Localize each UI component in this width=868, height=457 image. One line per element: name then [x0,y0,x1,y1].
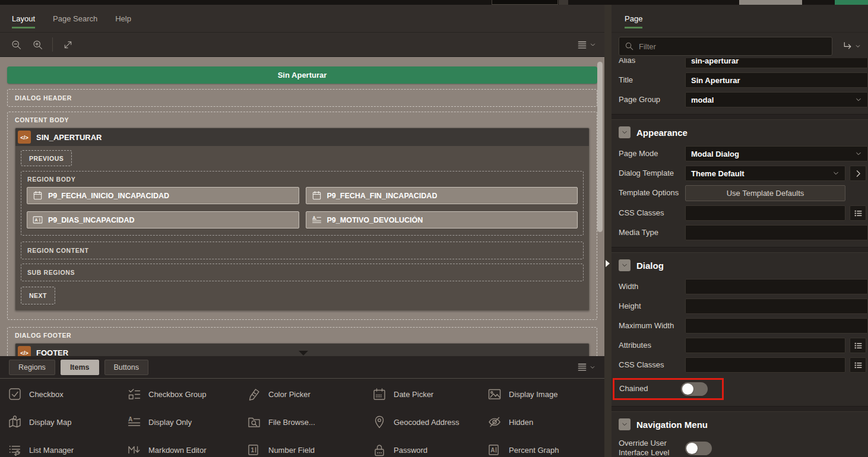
footer-region-title: FOOTER [36,348,68,357]
go-to-group-button[interactable] [842,41,861,52]
gallery-item[interactable]: APercent Graph [488,440,604,457]
gallery-item-label: Display Map [29,418,72,427]
dialog-header-zone[interactable]: DIALOG HEADER [7,89,597,107]
dialog-css-classes-list-button[interactable] [850,357,866,373]
gallery-item[interactable]: 1Number Field [248,440,373,457]
content-body-zone[interactable]: CONTENT BODY </> SIN_APERTURAR PREVIOUS … [7,112,597,320]
page-mode-select[interactable]: Modal Dialog [685,146,868,161]
gallery-item-label: File Browse... [268,418,315,427]
zoom-in-button[interactable] [30,37,45,52]
svg-text:A: A [34,218,37,222]
color-picker-icon [248,388,261,401]
layout-item[interactable]: P9_FECHA_INICIO_INCAPACIDAD [27,187,299,204]
title-input[interactable] [685,72,868,88]
page-group-value: modal [691,96,714,104]
zoom-out-button[interactable] [8,37,24,52]
gallery-tab-regions[interactable]: Regions [9,360,55,375]
toggle-knob [686,443,698,454]
layout-item[interactable]: AP9_DIAS_INCAPACIDAD [27,211,299,228]
gallery-item[interactable]: Date Picker [373,384,488,404]
attributes-list-button[interactable] [850,338,866,353]
next-position-button[interactable]: NEXT [21,287,55,304]
dialog-template-select[interactable]: Theme Default [685,166,845,181]
panel-splitter[interactable] [604,5,612,457]
splitter-collapse-handle[interactable] [299,351,308,356]
gallery-item[interactable]: Checkbox Group [128,384,248,404]
css-classes-list-button[interactable] [850,205,866,221]
page-group-select[interactable]: modal [685,92,868,107]
layout-item[interactable]: AP9_MOTIVO_DEVOLUCIÓN [306,211,578,228]
layout-menu-button[interactable] [577,40,596,50]
collapse-dialog-button[interactable] [619,259,631,271]
svg-text:A: A [490,447,495,453]
page-mode-value: Modal Dialog [691,150,739,158]
region-content-zone[interactable]: REGION CONTENT [21,242,584,259]
chevron-right-icon [854,169,863,178]
page-title-bar[interactable]: Sin Aperturar [7,66,597,84]
layout-item[interactable]: P9_FECHA_FIN_INCAPACIDAD [306,187,578,204]
collapse-navigation-menu-button[interactable] [619,418,631,430]
chained-toggle[interactable] [681,382,708,396]
width-input[interactable] [685,279,868,294]
expand-icon [62,39,74,50]
gallery-item[interactable]: List Manager [8,440,128,457]
filter-box [619,37,832,56]
region-body-zone[interactable]: REGION BODY P9_FECHA_INICIO_INCAPACIDADP… [21,171,584,236]
date-item-icon [312,191,322,201]
gallery-item[interactable]: Display Image [488,384,604,404]
clipped-save-button [835,0,868,5]
region-sin-aperturar: </> SIN_APERTURAR PREVIOUS REGION BODY P… [15,128,590,311]
gallery-tab-buttons[interactable]: Buttons [104,360,148,375]
chevron-down-icon [621,262,628,269]
tab-page-properties[interactable]: Page [625,5,642,32]
gallery-item[interactable]: ADisplay Only [128,412,248,432]
media-type-input[interactable] [685,225,868,240]
tab-layout[interactable]: Layout [12,5,35,32]
filter-input[interactable] [639,42,826,51]
css-classes-input[interactable] [685,205,845,221]
page-group-row: Page Group modal [619,92,868,107]
clipped-button [559,0,568,5]
template-options-row: Template Options Use Template Defaults [619,185,868,201]
override-user-interface-level-toggle[interactable] [685,442,712,455]
layout-item-label: P9_FECHA_FIN_INCAPACIDAD [327,192,438,200]
maximum-width-input[interactable] [685,318,868,334]
collapse-appearance-button[interactable] [619,126,631,138]
gallery-item[interactable]: Password [373,440,488,457]
dialog-css-classes-input[interactable] [685,357,845,373]
tab-page-label: Page [625,14,642,23]
gallery-item[interactable]: Markdown Editor [128,440,248,457]
chevron-down-icon [621,129,628,136]
gallery-menu-button[interactable] [577,362,595,372]
dialog-css-classes-label: CSS Classes [619,360,685,370]
dialog-template-go-button[interactable] [850,166,866,181]
canvas-scrollbar[interactable] [597,62,603,232]
gallery-item[interactable]: Checkbox [8,384,128,404]
alias-input[interactable] [685,58,868,68]
gallery-tab-items[interactable]: Items [61,360,99,375]
gallery-item[interactable]: Display Map [8,412,128,432]
gallery-item-label: Date Picker [394,390,433,399]
region-header[interactable]: </> SIN_APERTURAR [15,128,589,146]
previous-position-button[interactable]: PREVIOUS [21,150,72,166]
gallery-item[interactable]: Hidden [488,412,604,432]
display-map-icon [8,415,21,429]
gallery-item[interactable]: Color Picker [248,384,373,404]
chained-highlight-annotation: Chained [613,378,724,400]
gallery-item-label: Display Image [509,390,557,399]
attributes-input[interactable] [685,338,845,353]
height-input[interactable] [685,299,868,314]
alias-label: Alias [619,58,685,65]
use-template-defaults-button[interactable]: Use Template Defaults [685,185,845,201]
gallery-item[interactable]: Geocoded Address [373,412,488,432]
sub-regions-zone[interactable]: SUB REGIONS [21,264,584,281]
chained-label: Chained [619,384,681,393]
tab-page-search[interactable]: Page Search [53,5,97,32]
expand-button[interactable] [60,37,75,52]
gallery-tabbar: Regions Items Buttons [0,356,604,378]
chevron-down-icon [590,364,595,370]
gallery-item[interactable]: File Browse... [248,412,373,432]
appearance-title: Appearance [636,128,688,138]
layout-item-label: P9_MOTIVO_DEVOLUCIÓN [327,216,423,224]
tab-help[interactable]: Help [115,5,131,32]
